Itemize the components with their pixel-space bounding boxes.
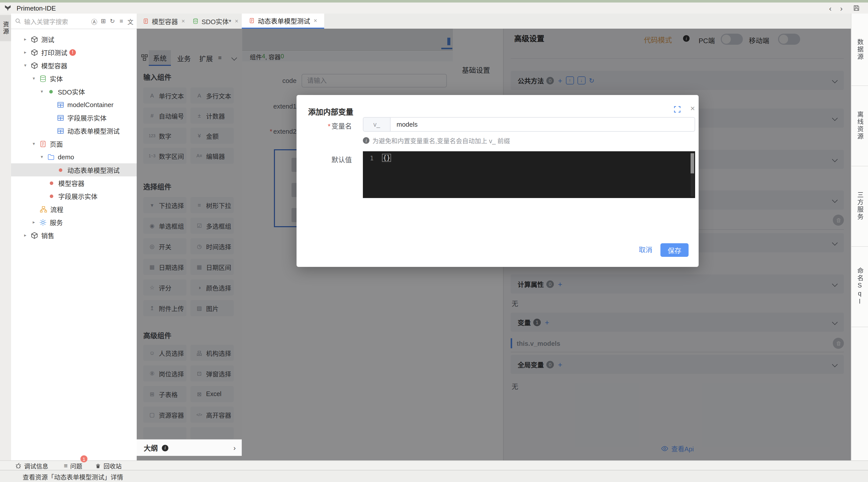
problems-button[interactable]: ≡ 问题 — [64, 461, 82, 471]
tree-item-model-container-page[interactable]: 模型容器 — [11, 176, 137, 189]
tree-item-services[interactable]: ▸ 服务 — [11, 216, 137, 229]
app-logo-icon — [4, 4, 11, 11]
tree-item-demo-folder[interactable]: ▾ demo — [11, 150, 137, 163]
title-bar: Primeton-IDE ‹ › — [0, 2, 868, 14]
recycle-bin-button[interactable]: 回收站 — [95, 461, 122, 471]
variable-name-input[interactable] — [391, 118, 694, 131]
tree-item-entity[interactable]: ▾ 实体 — [11, 72, 137, 85]
variable-prefix: v_ — [363, 118, 391, 131]
explorer-search-row: 输入关键字搜索 Ⓐ ⊞ ↻ ≡ 文 — [11, 13, 137, 29]
tree-item-pages[interactable]: ▾ 页面 — [11, 137, 137, 150]
status-bar: 查看资源「动态表单模型测试」详情 — [0, 470, 868, 482]
editor-tab-dynamic-form-test[interactable]: 动态表单模型测试 × — [242, 13, 324, 29]
sort-list-icon[interactable]: ≡ — [118, 18, 125, 25]
debug-info-button[interactable]: 调试信息 — [15, 461, 48, 471]
tree-item-test[interactable]: ▸ 测试 — [11, 33, 137, 46]
dock-tab-resources[interactable]: 资源 — [0, 15, 11, 41]
tree-item-print-test[interactable]: ▸ 打印测试 ! — [11, 46, 137, 59]
tree-item-model-container[interactable]: ▾ 模型容器 — [11, 59, 137, 72]
close-icon[interactable]: × — [314, 17, 317, 24]
dock-tab-third-party-services[interactable]: 三方服务 — [851, 166, 868, 247]
status-text: 查看资源「动态表单模型测试」详情 — [23, 472, 123, 481]
dock-tab-offline-resources[interactable]: 离线资源 — [851, 85, 868, 167]
list-icon: ≡ — [64, 462, 68, 470]
app-title: Primeton-IDE — [17, 4, 56, 12]
database-green-icon — [192, 18, 198, 24]
default-value-code-editor[interactable]: 1 {} — [363, 151, 695, 198]
save-button[interactable]: 保存 — [660, 243, 688, 257]
folder-icon — [47, 153, 55, 160]
line-number: 1 — [370, 155, 373, 162]
editor-tab-sdo-entity[interactable]: SDO实体* × — [192, 13, 239, 29]
gear-icon — [39, 218, 47, 226]
flow-icon — [40, 205, 47, 213]
dialog-title: 添加内部变量 — [308, 106, 353, 117]
dialog-close-icon[interactable]: × — [688, 104, 696, 113]
table-icon — [57, 101, 64, 108]
code-cursor-content: {} — [382, 154, 391, 162]
nav-forward-icon[interactable]: › — [837, 4, 845, 12]
outline-expand-chevron-icon[interactable]: › — [234, 444, 236, 452]
right-dock-strip: 数据源 离线资源 三方服务 命名Sql — [851, 13, 868, 460]
default-value-label: 默认值 — [297, 154, 352, 164]
add-internal-variable-dialog: 添加内部变量 *变量名 v_ i 为避免和内置变量重名,变量名会自动加上 v_ … — [297, 95, 699, 267]
left-dock-strip: 资源 — [0, 13, 11, 460]
info-icon: i — [363, 137, 369, 144]
resource-explorer: 输入关键字搜索 Ⓐ ⊞ ↻ ≡ 文 ▸ 测试 ▸ 打印测试 ! ▾ — [11, 13, 137, 460]
fullscreen-icon[interactable] — [674, 106, 681, 113]
trash-icon — [95, 463, 101, 469]
cube-icon — [31, 49, 38, 56]
green-dot-icon — [47, 90, 55, 93]
tree-item-sales[interactable]: ▸ 销售 — [11, 229, 137, 242]
nav-back-icon[interactable]: ‹ — [826, 4, 834, 12]
cube-icon — [31, 35, 38, 43]
cancel-button[interactable]: 取消 — [639, 244, 652, 254]
tree-item-sdo-entity[interactable]: ▾ SDO实体 — [11, 85, 137, 98]
variable-name-group: v_ — [363, 117, 695, 132]
dock-tab-named-sql[interactable]: 命名Sql — [851, 246, 868, 327]
resource-tree: ▸ 测试 ▸ 打印测试 ! ▾ 模型容器 ▾ 实体 ▾ — [11, 33, 137, 242]
table-icon — [57, 114, 64, 121]
tree-item-dynamic-form-entity[interactable]: 动态表单模型测试 — [11, 124, 137, 137]
close-icon[interactable]: × — [181, 18, 185, 25]
outline-bar[interactable]: 大纲 i › — [137, 439, 242, 456]
cube-icon — [31, 232, 38, 239]
tree-item-field-display-page[interactable]: 字段展示实体 — [11, 189, 137, 203]
outline-label: 大纲 — [144, 443, 158, 453]
add-model-icon[interactable]: ⊞ — [100, 18, 106, 25]
window-top-strip — [0, 0, 868, 2]
table-icon — [57, 127, 64, 134]
editor-tab-bar: 模型容器 × SDO实体* × 动态表单模型测试 × — [137, 13, 868, 29]
tree-item-flow[interactable]: 流程 — [11, 203, 137, 216]
error-badge: ! — [69, 49, 76, 56]
page-red-icon — [249, 18, 255, 24]
refresh-icon[interactable]: ↻ — [109, 18, 116, 25]
red-dot-icon — [48, 181, 55, 185]
database-icon — [39, 74, 47, 82]
variable-name-label: *变量名 — [297, 121, 352, 131]
tree-item-dynamic-form-page-selected[interactable]: 动态表单模型测试 — [11, 163, 137, 176]
cube-icon — [31, 62, 38, 69]
info-icon: i — [162, 445, 168, 451]
primeton-ide-window: Primeton-IDE ‹ › 资源 输入关键字搜索 Ⓐ ⊞ ↻ ≡ 文 — [0, 0, 868, 482]
page-icon — [39, 140, 47, 148]
search-input[interactable]: 输入关键字搜索 — [24, 16, 68, 26]
search-icon — [15, 18, 21, 24]
ai-scan-icon[interactable]: Ⓐ — [91, 17, 97, 25]
tree-item-field-display-entity[interactable]: 字段展示实体 — [11, 111, 137, 124]
problems-count-badge: 1 — [81, 455, 88, 462]
red-dot-icon — [48, 194, 55, 198]
save-icon[interactable] — [853, 4, 860, 11]
variable-name-hint: i 为避免和内置变量重名,变量名会自动加上 v_ 前缀 — [363, 136, 510, 145]
page-red-icon — [143, 18, 149, 24]
red-dot-icon — [57, 168, 64, 172]
editor-tab-model-container[interactable]: 模型容器 × — [143, 13, 185, 29]
translate-icon[interactable]: 文 — [127, 17, 134, 25]
bottom-toolbar: 调试信息 ≡ 问题 1 回收站 — [0, 460, 868, 471]
close-icon[interactable]: × — [235, 18, 238, 25]
bug-icon — [15, 462, 22, 469]
editor-scrollbar-thumb[interactable] — [690, 153, 694, 173]
tree-item-modelcontainer-entity[interactable]: modelContainer — [11, 98, 137, 111]
dock-tab-datasource[interactable]: 数据源 — [851, 13, 868, 86]
